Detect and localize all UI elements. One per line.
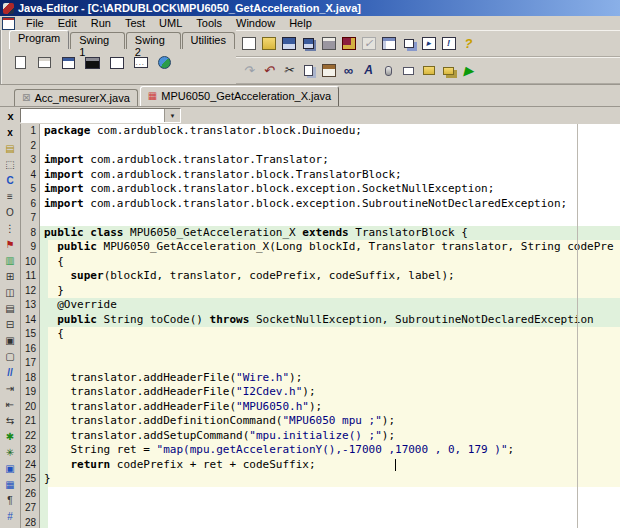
code-text[interactable] xyxy=(40,356,620,371)
code-text[interactable]: { xyxy=(40,327,620,342)
window-button[interactable] xyxy=(107,53,126,72)
palette-tab-swing1[interactable]: Swing 1 xyxy=(70,32,125,49)
code-text[interactable] xyxy=(40,516,620,528)
code-text[interactable]: translator.addSetupCommand("mpu.initiali… xyxy=(40,429,620,444)
save-all-button[interactable] xyxy=(299,34,318,53)
menu-test[interactable]: Test xyxy=(118,17,152,29)
palette-tab-swing2[interactable]: Swing 2 xyxy=(126,32,181,49)
code-text[interactable]: String ret = "map(mpu.getAccelerationY()… xyxy=(40,443,620,458)
close-search-button[interactable]: x xyxy=(5,110,16,122)
help-button[interactable]: ? xyxy=(459,34,478,53)
search-combobox[interactable]: ▼ xyxy=(20,108,181,123)
code-text[interactable]: import com.ardublock.translator.block.ex… xyxy=(40,197,620,212)
code-editor[interactable]: 1package com.ardublock.translator.block.… xyxy=(21,124,620,528)
reformat-icon[interactable]: ⇆ xyxy=(2,413,18,429)
outdent-icon[interactable]: ⇤ xyxy=(2,397,18,413)
redo-button[interactable]: ↷ xyxy=(239,61,258,80)
frame-split-icon[interactable]: ⊞ xyxy=(2,269,18,285)
structured-page-button[interactable] xyxy=(35,53,54,72)
menu-run[interactable]: Run xyxy=(84,17,118,29)
tree-icon[interactable]: ✱ xyxy=(2,429,18,445)
code-text[interactable]: package com.ardublock.translator.block.D… xyxy=(40,124,620,139)
code-text[interactable]: super(blockId, translator, codePrefix, c… xyxy=(40,269,620,284)
run-button[interactable]: ▶ xyxy=(459,61,478,80)
palette-tab-program[interactable]: Program xyxy=(9,30,69,49)
print-button[interactable] xyxy=(319,34,338,53)
flag-icon[interactable]: ⚑ xyxy=(2,237,18,253)
frame-columns-icon[interactable]: ◫ xyxy=(2,285,18,301)
colors-icon[interactable]: ▥ xyxy=(2,253,18,269)
open-folder-icon[interactable]: ▤ xyxy=(2,141,18,157)
open-project-button[interactable] xyxy=(439,61,458,80)
paste-button[interactable] xyxy=(319,61,338,80)
comment-icon[interactable]: // xyxy=(2,365,18,381)
indent-icon[interactable]: ⇥ xyxy=(2,381,18,397)
frame-empty-icon[interactable]: ▢ xyxy=(2,349,18,365)
pilcrow-icon[interactable]: ¶ xyxy=(2,493,18,509)
code-text[interactable] xyxy=(40,139,620,154)
dots-icon[interactable]: ⋮ xyxy=(2,221,18,237)
widget-button[interactable] xyxy=(399,61,418,80)
close-pane-icon[interactable]: x xyxy=(2,125,18,141)
new-file-button[interactable] xyxy=(239,34,258,53)
code-text[interactable]: return codePrefix + ret + codeSuffix; xyxy=(40,458,620,473)
frame-button[interactable] xyxy=(59,53,78,72)
find-button[interactable]: ∞ xyxy=(339,61,358,80)
code-text[interactable]: import com.ardublock.translator.Translat… xyxy=(40,153,620,168)
code-text[interactable]: translator.addHeaderFile("MPU6050.h"); xyxy=(40,400,620,415)
code-text[interactable] xyxy=(40,211,620,226)
code-text[interactable] xyxy=(40,487,620,502)
code-text[interactable] xyxy=(40,501,620,516)
panel-icon[interactable]: ▣ xyxy=(2,461,18,477)
tree-dark-icon[interactable]: ✳ xyxy=(2,445,18,461)
cascade-windows-button[interactable] xyxy=(399,34,418,53)
search-input[interactable] xyxy=(21,109,164,122)
hash-icon[interactable]: # xyxy=(2,509,18,525)
cut-button[interactable]: ✂ xyxy=(279,61,298,80)
code-text[interactable]: translator.addHeaderFile("Wire.h"); xyxy=(40,371,620,386)
save-button[interactable] xyxy=(279,34,298,53)
menu-edit[interactable]: Edit xyxy=(51,17,84,29)
code-text[interactable]: } xyxy=(40,472,620,487)
menu-uml[interactable]: UML xyxy=(152,17,189,29)
menu-tools[interactable]: Tools xyxy=(189,17,229,29)
class-icon[interactable]: C xyxy=(2,173,18,189)
code-text[interactable]: public class MPU6050_GetAcceleration_X e… xyxy=(40,226,620,241)
selection-frame-icon[interactable]: ⬚ xyxy=(2,157,18,173)
code-text[interactable]: public String toCode() throws SocketNull… xyxy=(40,313,620,328)
structogram-button[interactable] xyxy=(379,34,398,53)
undo-button[interactable]: ↶ xyxy=(259,61,278,80)
font-size-button[interactable]: A xyxy=(359,61,378,80)
chevron-down-icon[interactable]: ▼ xyxy=(164,109,180,122)
code-text[interactable]: translator.addDefinitionCommand("MPU6050… xyxy=(40,414,620,429)
child-window-icon[interactable] xyxy=(2,17,15,30)
console-window-button[interactable]: ! xyxy=(439,34,458,53)
compile-button[interactable] xyxy=(339,34,358,53)
copy-button[interactable] xyxy=(299,61,318,80)
menu-help[interactable]: Help xyxy=(282,17,319,29)
console-button[interactable] xyxy=(83,53,102,72)
code-text[interactable]: translator.addHeaderFile("I2Cdev.h"); xyxy=(40,385,620,400)
open-class-button[interactable] xyxy=(419,61,438,80)
menu-file[interactable]: File xyxy=(19,17,51,29)
menu-window[interactable]: Window xyxy=(229,17,282,29)
list-icon[interactable]: ≡ xyxy=(2,189,18,205)
code-text[interactable]: import com.ardublock.translator.block.ex… xyxy=(40,182,620,197)
new-program-button[interactable] xyxy=(11,53,30,72)
code-text[interactable]: @Override xyxy=(40,298,620,313)
code-text[interactable]: import com.ardublock.translator.block.Tr… xyxy=(40,168,620,183)
mouse-button[interactable] xyxy=(379,61,398,80)
frame-inner-icon[interactable]: ▣ xyxy=(2,333,18,349)
file-tab[interactable]: ⊠Acc_mesurerX.java xyxy=(14,89,138,106)
code-text[interactable]: { xyxy=(40,255,620,270)
palette-tab-utilities[interactable]: Utilities xyxy=(182,32,235,49)
object-icon[interactable]: O xyxy=(2,205,18,221)
applet-button[interactable] xyxy=(155,53,174,72)
code-text[interactable] xyxy=(40,342,620,357)
code-text[interactable]: public MPU6050_GetAcceleration_X(Long bl… xyxy=(40,240,620,255)
panel-alt-icon[interactable]: ▦ xyxy=(2,477,18,493)
check-button-disabled[interactable]: ✓ xyxy=(359,34,378,53)
open-file-button[interactable] xyxy=(259,34,278,53)
frame-grid-icon[interactable]: ⊟ xyxy=(2,317,18,333)
file-tab[interactable]: ▦MPU6050_GetAcceleration_X.java xyxy=(140,86,339,106)
